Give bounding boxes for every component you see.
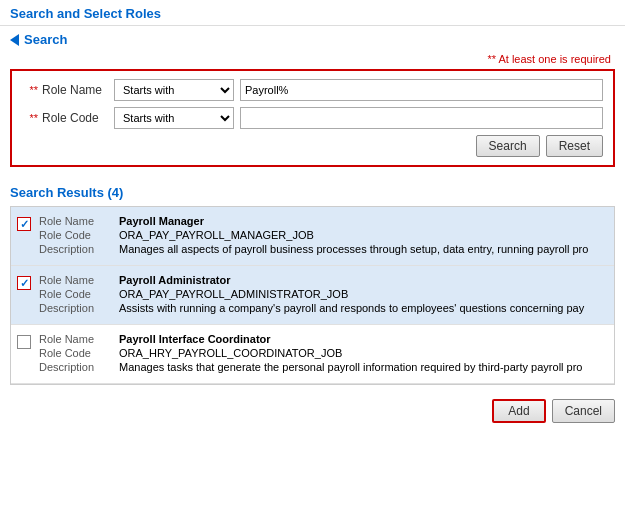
result-3-name-row: Role Name Payroll Interface Coordinator [39, 333, 608, 345]
result-item-1: Role Name Payroll Manager Role Code ORA_… [11, 207, 614, 266]
role-code-label: Role Code [42, 111, 114, 125]
result-3-code-key: Role Code [39, 347, 119, 359]
result-details-1: Role Name Payroll Manager Role Code ORA_… [39, 215, 608, 257]
result-item-2: Role Name Payroll Administrator Role Cod… [11, 266, 614, 325]
result-1-name-value: Payroll Manager [119, 215, 608, 227]
result-1-code-row: Role Code ORA_PAY_PAYROLL_MANAGER_JOB [39, 229, 608, 241]
result-3-code-row: Role Code ORA_HRY_PAYROLL_COORDINATOR_JO… [39, 347, 608, 359]
search-form-box: ** Role Name Starts with Contains Equals… [10, 69, 615, 167]
role-code-required-marker: ** [22, 112, 38, 124]
reset-button[interactable]: Reset [546, 135, 603, 157]
result-3-desc-key: Description [39, 361, 119, 373]
result-1-desc-value: Manages all aspects of payroll business … [119, 243, 608, 255]
role-code-input[interactable] [240, 107, 603, 129]
result-item-3: Role Name Payroll Interface Coordinator … [11, 325, 614, 384]
result-1-desc-key: Description [39, 243, 119, 255]
results-container: Role Name Payroll Manager Role Code ORA_… [10, 206, 615, 385]
page-header: Search and Select Roles [0, 0, 625, 26]
result-3-name-key: Role Name [39, 333, 119, 345]
search-button-row: Search Reset [22, 135, 603, 157]
result-2-name-row: Role Name Payroll Administrator [39, 274, 608, 286]
result-2-desc-key: Description [39, 302, 119, 314]
result-checkbox-2[interactable] [17, 276, 31, 290]
add-button[interactable]: Add [492, 399, 545, 423]
role-name-required-marker: ** [22, 84, 38, 96]
role-code-row: ** Role Code Starts with Contains Equals… [22, 107, 603, 129]
footer-buttons: Add Cancel [0, 391, 625, 431]
result-1-desc-row: Description Manages all aspects of payro… [39, 243, 608, 255]
result-2-code-value: ORA_PAY_PAYROLL_ADMINISTRATOR_JOB [119, 288, 608, 300]
collapse-icon[interactable] [10, 34, 19, 46]
search-button[interactable]: Search [476, 135, 540, 157]
results-header: Search Results (4) [0, 181, 625, 206]
result-3-code-value: ORA_HRY_PAYROLL_COORDINATOR_JOB [119, 347, 608, 359]
result-2-name-key: Role Name [39, 274, 119, 286]
role-name-row: ** Role Name Starts with Contains Equals… [22, 79, 603, 101]
result-1-code-value: ORA_PAY_PAYROLL_MANAGER_JOB [119, 229, 608, 241]
page-title: Search and Select Roles [10, 6, 161, 21]
search-section: Search ** At least one is required ** Ro… [0, 26, 625, 181]
result-1-code-key: Role Code [39, 229, 119, 241]
result-2-name-value: Payroll Administrator [119, 274, 608, 286]
result-2-desc-row: Description Assists with running a compa… [39, 302, 608, 314]
cancel-button[interactable]: Cancel [552, 399, 615, 423]
result-1-name-row: Role Name Payroll Manager [39, 215, 608, 227]
search-section-header: Search [10, 32, 615, 47]
required-note: ** At least one is required [10, 53, 615, 65]
result-checkbox-3[interactable] [17, 335, 31, 349]
search-section-label: Search [24, 32, 67, 47]
result-2-desc-value: Assists with running a company's payroll… [119, 302, 608, 314]
result-details-2: Role Name Payroll Administrator Role Cod… [39, 274, 608, 316]
role-name-label: Role Name [42, 83, 114, 97]
role-code-operator-select[interactable]: Starts with Contains Equals Ends with [114, 107, 234, 129]
result-3-desc-value: Manages tasks that generate the personal… [119, 361, 608, 373]
result-2-code-key: Role Code [39, 288, 119, 300]
page-wrapper: Search and Select Roles Search ** At lea… [0, 0, 625, 525]
role-name-operator-select[interactable]: Starts with Contains Equals Ends with [114, 79, 234, 101]
result-3-name-value: Payroll Interface Coordinator [119, 333, 608, 345]
result-details-3: Role Name Payroll Interface Coordinator … [39, 333, 608, 375]
result-1-name-key: Role Name [39, 215, 119, 227]
result-3-desc-row: Description Manages tasks that generate … [39, 361, 608, 373]
role-name-input[interactable] [240, 79, 603, 101]
result-checkbox-1[interactable] [17, 217, 31, 231]
result-2-code-row: Role Code ORA_PAY_PAYROLL_ADMINISTRATOR_… [39, 288, 608, 300]
